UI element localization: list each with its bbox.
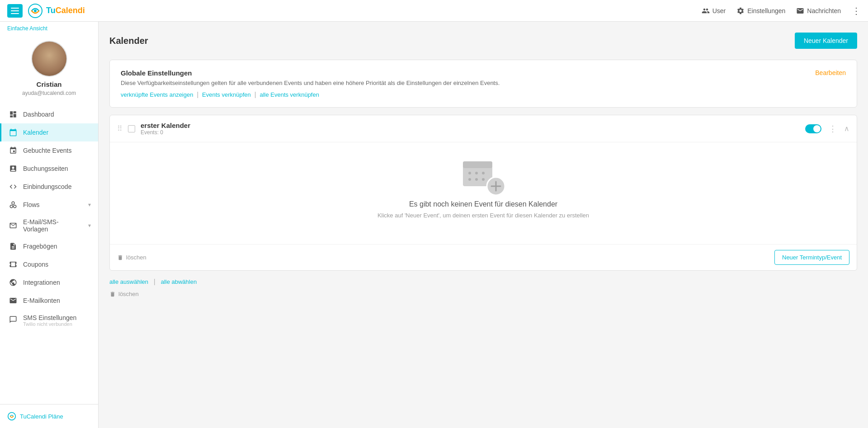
- tucalendi-plans-link[interactable]: TuCalendi Pläne: [7, 412, 91, 421]
- global-settings-links: verknüpfte Events anzeigen | Events verk…: [121, 91, 500, 98]
- calendar-delete-link[interactable]: löschen: [117, 254, 146, 261]
- calendar-delete-label: löschen: [126, 254, 146, 261]
- sidebar-item-coupons[interactable]: Coupons: [0, 255, 98, 273]
- sidebar-profile: Cristian ayuda@tucalendi.com: [0, 33, 98, 105]
- svg-point-2: [8, 413, 16, 420]
- email-sms-icon: [9, 221, 18, 230]
- user-nav-item[interactable]: User: [702, 7, 726, 15]
- sidebar-item-sms[interactable]: SMS Einstellungen Twilio nicht verbunden: [0, 310, 98, 331]
- sidebar-item-dashboard[interactable]: Dashboard: [0, 105, 98, 123]
- user-icon: [702, 7, 710, 15]
- bottom-separator: |: [154, 278, 156, 285]
- booking-pages-icon: [9, 164, 18, 173]
- calendar-toggle[interactable]: [805, 124, 821, 133]
- calendar-more-options-icon[interactable]: ⋮: [827, 124, 839, 134]
- sidebar-coupons-label: Coupons: [23, 261, 91, 268]
- page-header: Kalender Neuer Kalender: [109, 33, 857, 49]
- select-all-link[interactable]: alle auswählen: [109, 278, 148, 285]
- questionnaires-icon: [9, 242, 18, 251]
- new-calendar-button[interactable]: Neuer Kalender: [795, 33, 857, 49]
- linked-events-link[interactable]: verknüpfte Events anzeigen: [121, 91, 193, 98]
- more-options-button[interactable]: ⋮: [852, 5, 861, 16]
- svg-point-6: [475, 172, 478, 174]
- sidebar-navigation: Dashboard Kalender Gebuchte Events: [0, 105, 98, 404]
- sidebar-item-einbindungscode[interactable]: Einbindungscode: [0, 178, 98, 196]
- sidebar-sms-sublabel: Twilio nicht verbunden: [23, 321, 91, 327]
- calendar-body: Es gibt noch keinen Event für diesen Kal…: [110, 142, 857, 244]
- sidebar-emailkonten-label: E-Mailkonten: [23, 297, 91, 304]
- sidebar-item-fragebögen[interactable]: Fragebögen: [0, 237, 98, 255]
- link-all-events-link[interactable]: alle Events verknüpfen: [259, 91, 319, 98]
- sidebar-item-email-sms[interactable]: E-Mail/SMS-Vorlagen ▾: [0, 214, 98, 237]
- svg-point-8: [468, 178, 471, 181]
- sidebar-item-kalender[interactable]: Kalender: [0, 123, 98, 141]
- messages-nav-item[interactable]: Nachrichten: [796, 7, 841, 15]
- logo-icon: [28, 4, 42, 18]
- sidebar-einbindungscode-label: Einbindungscode: [23, 183, 91, 190]
- separator2: |: [255, 91, 256, 98]
- global-settings-card: Globale Einstellungen Diese Verfügbarkei…: [109, 60, 857, 108]
- svg-point-1: [34, 9, 37, 12]
- avatar: [31, 41, 67, 77]
- global-settings-description: Diese Verfügbarkeitseinstellungen gelten…: [121, 80, 500, 86]
- gear-icon: [736, 7, 745, 15]
- top-navigation: TuCalendi User Einstellungen Nachrichten…: [0, 0, 868, 22]
- sidebar-kalender-label: Kalender: [23, 129, 91, 136]
- sidebar-item-flows[interactable]: Flows ▾: [0, 196, 98, 214]
- bottom-select-actions: alle auswählen | alle abwählen: [109, 278, 857, 285]
- user-label: User: [712, 7, 726, 14]
- embed-code-icon: [9, 182, 18, 191]
- svg-point-10: [482, 178, 485, 181]
- sidebar-email-sms-label: E-Mail/SMS-Vorlagen: [23, 218, 83, 233]
- empty-calendar-title: Es gibt noch keinen Event für diesen Kal…: [121, 200, 846, 208]
- sidebar-gebuchte-events-label: Gebuchte Events: [23, 147, 91, 154]
- global-settings-title: Globale Einstellungen: [121, 69, 500, 77]
- link-events-link[interactable]: Events verknüpfen: [202, 91, 251, 98]
- bottom-delete-label: löschen: [118, 291, 139, 297]
- simple-view-link[interactable]: Einfache Ansicht: [0, 22, 98, 33]
- coupons-icon: [9, 260, 18, 269]
- calendar-collapse-icon[interactable]: ∧: [844, 124, 849, 133]
- drag-handle-icon[interactable]: ⠿: [117, 124, 123, 133]
- separator1: |: [197, 91, 198, 98]
- calendar-name-area: erster Kalender Events: 0: [141, 122, 190, 136]
- hamburger-menu-button[interactable]: [7, 4, 23, 18]
- main-content: Kalender Neuer Kalender Globale Einstell…: [99, 22, 868, 428]
- sidebar-item-integrationen[interactable]: Integrationen: [0, 273, 98, 292]
- messages-label: Nachrichten: [807, 7, 841, 14]
- trash-icon: [117, 254, 123, 261]
- sidebar: Einfache Ansicht Cristian ayuda@tucalend…: [0, 22, 99, 428]
- email-accounts-icon: [9, 296, 18, 305]
- app-body: Einfache Ansicht Cristian ayuda@tucalend…: [0, 22, 868, 428]
- sidebar-flows-label: Flows: [23, 201, 83, 208]
- calendar-checkbox[interactable]: [128, 125, 135, 132]
- sidebar-fragebögen-label: Fragebögen: [23, 243, 91, 250]
- sidebar-item-emailkonten[interactable]: E-Mailkonten: [0, 292, 98, 310]
- sidebar-item-gebuchte-events[interactable]: Gebuchte Events: [0, 141, 98, 160]
- logo-text: TuCalendi: [46, 6, 85, 15]
- global-settings-content: Globale Einstellungen Diese Verfügbarkei…: [121, 69, 500, 98]
- sidebar-user-email: ayuda@tucalendi.com: [7, 90, 91, 96]
- logo: TuCalendi: [28, 4, 85, 18]
- calendar-name: erster Kalender: [141, 122, 190, 129]
- bottom-delete-link[interactable]: löschen: [109, 291, 857, 297]
- dashboard-icon: [9, 110, 18, 119]
- flows-icon: [9, 200, 18, 209]
- svg-point-5: [468, 172, 471, 174]
- sms-settings-icon: [9, 315, 18, 324]
- svg-point-7: [482, 172, 485, 174]
- deselect-all-link[interactable]: alle abwählen: [161, 278, 197, 285]
- calendar-card-footer: löschen Neuer Termintyp/Event: [110, 244, 857, 270]
- global-settings-edit-button[interactable]: Bearbeiten: [815, 69, 846, 76]
- flows-arrow-icon: ▾: [88, 202, 91, 208]
- calendar-events-count: Events: 0: [141, 129, 190, 136]
- plans-icon: [7, 412, 16, 421]
- svg-rect-4: [463, 161, 492, 168]
- sidebar-sms-label: SMS Einstellungen: [23, 314, 91, 321]
- sidebar-footer: TuCalendi Pläne: [0, 404, 98, 428]
- settings-nav-item[interactable]: Einstellungen: [736, 7, 785, 15]
- sidebar-buchungsseiten-label: Buchungsseiten: [23, 165, 91, 172]
- sidebar-item-buchungsseiten[interactable]: Buchungsseiten: [0, 160, 98, 178]
- new-event-button[interactable]: Neuer Termintyp/Event: [774, 250, 849, 265]
- sidebar-integrationen-label: Integrationen: [23, 279, 91, 286]
